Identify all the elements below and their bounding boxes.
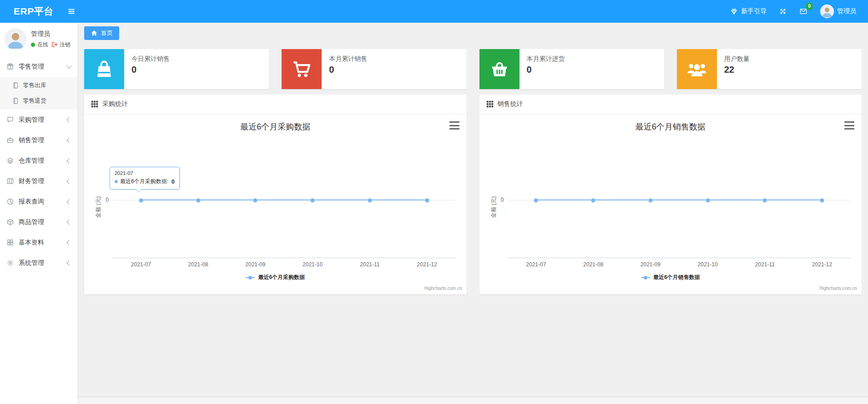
sidebar-item-label: 基本资料 (19, 239, 44, 247)
stat-card: 用户数量22 (677, 49, 862, 89)
gear-icon (6, 259, 14, 267)
user-name: 管理员 (837, 7, 856, 15)
sidebar-item[interactable]: 基本资料 (0, 232, 77, 253)
sign-out-icon (50, 41, 58, 48)
sidebar-item[interactable]: 采购管理 (0, 110, 77, 130)
x-axis-line (508, 258, 851, 258)
data-point[interactable] (591, 198, 595, 202)
tooltip-value: 0 (172, 179, 175, 185)
sidebar-item-label: 报表查询 (19, 198, 44, 206)
sidebar-item[interactable]: 仓库管理 (0, 150, 77, 171)
stat-card-label: 今日累计销售 (131, 55, 170, 63)
data-point[interactable] (706, 198, 710, 202)
user-menu[interactable]: 管理员 (820, 5, 856, 18)
fullscreen-button[interactable] (779, 8, 787, 15)
tab-bar: 首页 (77, 23, 868, 45)
sidebar: 管理员 在线 注销 零售管理零售出库零售退货采购管理销售管理仓库管理财务管理报表… (0, 23, 77, 404)
highcharts-credits-link[interactable]: Highcharts.com.cn (819, 286, 857, 291)
chevron-left-icon (66, 199, 71, 204)
data-point[interactable] (139, 198, 143, 202)
sidebar-subitem[interactable]: 零售出库 (0, 78, 77, 93)
sidebar-submenu: 零售出库零售退货 (0, 77, 77, 110)
stat-card-value: 0 (131, 65, 170, 75)
sidebar-item[interactable]: 零售管理 (0, 56, 77, 77)
tooltip-category: 2021-07 (115, 170, 175, 176)
highcharts-credits-link[interactable]: Highcharts.com.cn (424, 286, 462, 291)
main-content: 首页 今日累计销售0本月累计销售0本月累计进货0用户数量22 采购统计最近6个月… (77, 23, 868, 404)
sidebar-user-name: 管理员 (31, 30, 71, 38)
panel-header: 采购统计 (84, 95, 467, 114)
x-axis-tick-label: 2021-09 (245, 261, 265, 268)
chart-panels-row: 采购统计最近6个月采购数据0金额 (元)2021-072021-082021-0… (84, 95, 862, 294)
sidebar-toggle-icon[interactable] (66, 7, 76, 15)
sidebar-item-label: 商品管理 (19, 218, 44, 226)
mail-count-badge: 0 (806, 3, 812, 10)
chevron-left-icon (66, 158, 71, 163)
app-window: ERP平台 新手引导 0 管理员 管理员 (0, 0, 868, 404)
sidebar-item[interactable]: 财务管理 (0, 171, 77, 191)
stat-cards-row: 今日累计销售0本月累计销售0本月累计进货0用户数量22 (84, 49, 862, 89)
shopping-basket-icon (479, 49, 520, 89)
online-status-label: 在线 (37, 41, 48, 49)
y-axis-title: 金额 (元) (490, 188, 497, 227)
expand-icon (779, 8, 787, 15)
data-point[interactable] (763, 198, 767, 202)
sidebar-user-panel: 管理员 在线 注销 (0, 23, 77, 55)
logout-button[interactable]: 注销 (50, 41, 71, 49)
guide-button[interactable]: 新手引导 (730, 7, 767, 15)
chart: 最近6个月采购数据0金额 (元)2021-072021-082021-09202… (84, 114, 467, 294)
chevron-down-icon (66, 63, 71, 68)
stat-card-value: 0 (527, 65, 565, 75)
chevron-left-icon (66, 138, 71, 143)
chevron-left-icon (66, 219, 71, 224)
messages-button[interactable]: 0 (799, 7, 807, 15)
sidebar-subitem-label: 零售退货 (23, 97, 46, 105)
plot-area: 2021-072021-082021-092021-102021-112021-… (112, 114, 456, 294)
chart-panel: 销售统计最近6个月销售数据0金额 (元)2021-072021-082021-0… (479, 95, 862, 294)
home-icon (91, 30, 98, 37)
sidebar-item-label: 销售管理 (19, 136, 44, 145)
legend-label: 最近6个月销售数据 (653, 274, 700, 281)
sidebar-item[interactable]: 系统管理 (0, 253, 77, 273)
data-point[interactable] (368, 198, 372, 202)
stat-card-value: 0 (329, 65, 367, 75)
sidebar-item-label: 采购管理 (19, 116, 44, 124)
sidebar-subitem[interactable]: 零售退货 (0, 93, 77, 109)
sidebar-item[interactable]: 报表查询 (0, 191, 77, 212)
chart-panel: 采购统计最近6个月采购数据0金额 (元)2021-072021-082021-0… (84, 95, 467, 294)
data-point[interactable] (311, 198, 315, 202)
x-axis-tick-label: 2021-07 (131, 261, 151, 268)
stat-card-label: 本月累计销售 (329, 55, 367, 63)
map-icon (6, 177, 14, 185)
sidebar-item-label: 系统管理 (19, 259, 44, 267)
data-point[interactable] (534, 198, 538, 202)
tab-home[interactable]: 首页 (84, 26, 119, 40)
tab-label: 首页 (101, 29, 113, 37)
data-point[interactable] (648, 198, 652, 202)
panel-title: 销售统计 (498, 100, 523, 108)
shopping-cart-icon (282, 49, 322, 89)
chart-legend[interactable]: 最近6个月销售数据 (479, 274, 862, 281)
data-point[interactable] (820, 198, 824, 202)
chart-legend[interactable]: 最近6个月采购数据 (84, 274, 467, 281)
app-brand: ERP平台 (14, 5, 54, 18)
data-point[interactable] (425, 198, 429, 202)
briefcase-icon (6, 136, 14, 144)
online-status-dot (31, 43, 35, 47)
data-point[interactable] (196, 198, 200, 202)
th-icon (91, 100, 98, 108)
series-line (536, 200, 822, 200)
data-point[interactable] (253, 198, 257, 202)
tooltip-series-name: 最近6个月采购数据: (120, 178, 168, 185)
stat-card: 本月累计销售0 (282, 49, 466, 89)
journal-icon (12, 97, 19, 105)
panel-header: 销售统计 (479, 95, 862, 114)
tooltip-series-row: 最近6个月采购数据:0 (115, 178, 175, 185)
x-axis-tick-label: 2021-12 (812, 261, 832, 268)
chevron-left-icon (66, 260, 71, 265)
users-icon (677, 49, 717, 89)
shopping-bag-icon (84, 49, 124, 89)
gift-icon (6, 63, 14, 70)
sidebar-item[interactable]: 销售管理 (0, 130, 77, 150)
sidebar-item[interactable]: 商品管理 (0, 212, 77, 232)
